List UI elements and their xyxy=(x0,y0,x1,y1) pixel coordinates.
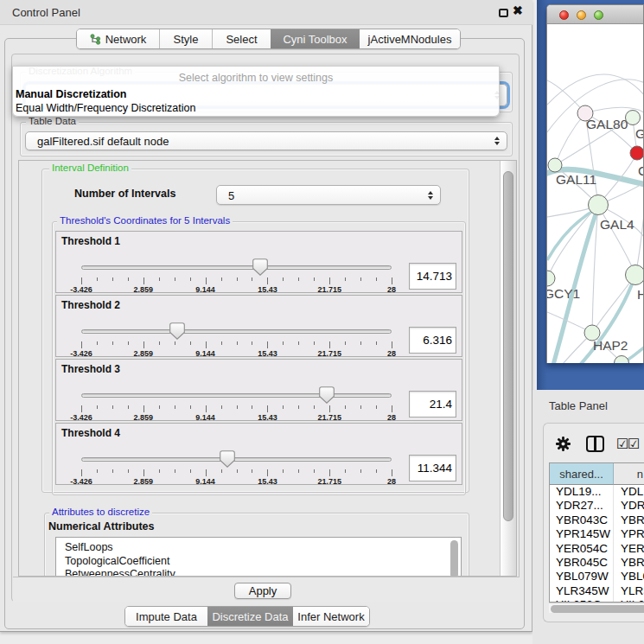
tab-infer-network[interactable]: Infer Network xyxy=(293,607,369,626)
cell-shared-name[interactable]: YIL052C xyxy=(550,598,614,602)
slider-tick xyxy=(128,469,129,473)
slider-tick xyxy=(143,277,144,284)
network-node[interactable] xyxy=(547,271,555,286)
cell-name[interactable]: YDR27... xyxy=(614,499,644,513)
table-hscrollbar[interactable] xyxy=(549,603,644,613)
slider-tick-label: -3.426 xyxy=(54,477,109,486)
slider-thumb[interactable] xyxy=(252,258,268,276)
cell-name[interactable]: YDL19... xyxy=(614,485,644,499)
network-node[interactable] xyxy=(630,146,644,160)
close-traffic-light-icon[interactable] xyxy=(559,10,569,20)
cell-shared-name[interactable]: YDL19... xyxy=(550,485,614,499)
attribute-list-item[interactable]: BetweennessCentrality xyxy=(56,568,461,577)
threshold-value-field[interactable]: 11.344 xyxy=(409,455,456,481)
network-node-label: H xyxy=(637,287,644,302)
list-scrollbar-thumb[interactable] xyxy=(450,540,458,577)
tab-impute-data[interactable]: Impute Data xyxy=(125,607,207,626)
cell-name[interactable]: YLR345W xyxy=(614,584,644,598)
cell-shared-name[interactable]: YPR145W xyxy=(550,527,614,541)
slider-tick-label: 2.859 xyxy=(116,413,171,422)
attribute-list-item[interactable]: TopologicalCoefficient xyxy=(56,555,461,569)
slider-thumb[interactable] xyxy=(169,322,185,340)
checkbox-icon[interactable]: ☑ xyxy=(628,436,640,452)
slider-tick xyxy=(329,405,330,412)
cell-name[interactable]: YBR045C xyxy=(614,556,644,570)
tab-style[interactable]: Style xyxy=(159,29,212,48)
popup-item-equal-width[interactable]: Equal Width/Frequency Discretization xyxy=(16,102,195,114)
table-header-row: shared... n xyxy=(550,463,644,485)
tab-network[interactable]: Network xyxy=(77,29,159,48)
settings-scrollbar[interactable] xyxy=(500,161,516,576)
number-of-intervals-combobox[interactable]: 5 xyxy=(216,185,441,205)
column-header-name[interactable]: n xyxy=(614,463,644,485)
cell-shared-name[interactable]: YBR043C xyxy=(550,513,614,527)
slider-track[interactable] xyxy=(81,457,392,462)
table-row[interactable]: YLR345WYLR345W xyxy=(550,584,644,598)
slider-tick xyxy=(190,469,191,473)
settings-scrollbar-thumb[interactable] xyxy=(503,171,513,521)
slider-track[interactable] xyxy=(81,265,392,270)
network-node[interactable] xyxy=(589,195,609,215)
slider-tick xyxy=(283,405,284,409)
tab-cyni-toolbox[interactable]: Cyni Toolbox xyxy=(271,29,360,48)
slider-tick xyxy=(252,277,252,281)
cell-shared-name[interactable]: YER054C xyxy=(550,542,614,556)
columns-icon[interactable] xyxy=(586,436,604,452)
network-canvas[interactable]: GAL80GCGAL11GAL4GCY1HHAP2 xyxy=(547,24,643,363)
zoom-traffic-light-icon[interactable] xyxy=(594,10,603,20)
slider-thumb[interactable] xyxy=(220,450,235,468)
cell-shared-name[interactable]: YBR045C xyxy=(550,556,614,570)
table-data-combobox[interactable]: galFiltered.sif default node xyxy=(25,131,507,150)
slider-tick xyxy=(128,341,129,345)
apply-button[interactable]: Apply xyxy=(234,583,291,599)
network-node[interactable] xyxy=(626,265,644,285)
slider-tick xyxy=(175,405,175,409)
table-hscrollbar-thumb[interactable] xyxy=(551,605,644,613)
slider-thumb[interactable] xyxy=(319,386,335,404)
cell-name[interactable]: YBR043C xyxy=(614,513,644,527)
slider-tick xyxy=(252,469,252,473)
close-icon[interactable]: ✖ xyxy=(513,3,523,17)
threshold-value-field[interactable]: 14.713 xyxy=(409,263,456,290)
threshold-value-field[interactable]: 6.316 xyxy=(409,327,456,354)
table-row[interactable]: YBR043CYBR043C xyxy=(550,513,644,527)
slider-track[interactable] xyxy=(81,393,392,398)
popup-prompt[interactable]: Select algorithm to view settings xyxy=(13,72,499,84)
table-panel-title: Table Panel xyxy=(549,399,608,412)
network-node[interactable] xyxy=(548,158,562,172)
threshold-box-3: Threshold 3-3.4262.8599.14415.4321.71528… xyxy=(55,359,462,421)
tab-discretize-data[interactable]: Discretize Data xyxy=(207,607,293,626)
table-row[interactable]: YIL052CYIL052C xyxy=(550,598,644,602)
slider-tick-label: 15.43 xyxy=(239,349,295,358)
cell-name[interactable]: YBL079W xyxy=(614,570,644,583)
network-node[interactable] xyxy=(626,111,641,125)
slider-tick xyxy=(190,277,191,281)
network-node-label: GCY1 xyxy=(547,286,580,301)
cell-shared-name[interactable]: YDR27... xyxy=(550,499,614,513)
table-row[interactable]: YBL079WYBL079W xyxy=(550,570,644,583)
table-row[interactable]: YDL19...YDL19... xyxy=(550,485,644,499)
minimize-traffic-light-icon[interactable] xyxy=(577,10,586,20)
threshold-box-4: Threshold 4-3.4262.8599.14415.4321.71528… xyxy=(55,423,462,485)
cell-shared-name[interactable]: YLR345W xyxy=(550,584,614,598)
table-row[interactable]: YPR145WYPR145W xyxy=(550,527,644,541)
slider-tick xyxy=(392,277,392,284)
table-row[interactable]: YER054CYER054C xyxy=(550,542,644,556)
attribute-list-item[interactable]: SelfLoops xyxy=(56,541,461,555)
cell-shared-name[interactable]: YBL079W xyxy=(550,570,614,583)
cell-name[interactable]: YER054C xyxy=(614,542,644,556)
cell-name[interactable]: YIL052C xyxy=(614,598,644,602)
slider-track[interactable] xyxy=(81,329,392,334)
cell-name[interactable]: YPR145W xyxy=(614,527,644,541)
gear-icon[interactable] xyxy=(556,437,571,451)
tab-select[interactable]: Select xyxy=(212,29,271,48)
table-row[interactable]: YBR045CYBR045C xyxy=(550,556,644,570)
float-window-icon[interactable] xyxy=(499,9,508,17)
threshold-value-field[interactable]: 21.4 xyxy=(409,391,456,418)
slider-tick-label: -3.426 xyxy=(54,349,109,358)
table-row[interactable]: YDR27...YDR27... xyxy=(550,499,644,513)
column-header-shared-name[interactable]: shared... xyxy=(550,463,614,485)
numerical-attributes-list[interactable]: SelfLoopsTopologicalCoefficientBetweenne… xyxy=(55,537,462,577)
popup-item-manual-discretization[interactable]: Manual Discretization xyxy=(16,88,127,100)
tab-jactivemnodules[interactable]: jActiveMNodules xyxy=(360,29,460,48)
